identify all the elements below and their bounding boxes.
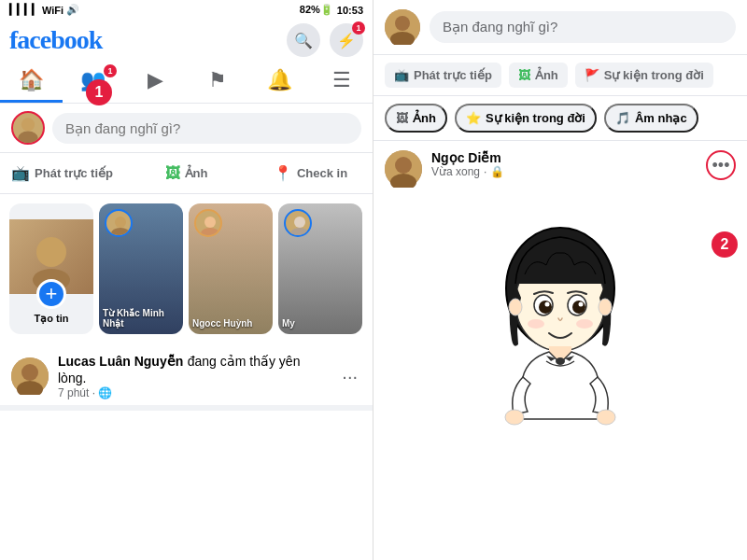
header-icons: 🔍 ⚡ 1: [287, 23, 363, 57]
status-bar: ▎▎▎▎ WiFi 🔊 82%🔋 10:53: [0, 0, 373, 20]
sec-life-label: Sự kiện trong đời: [486, 111, 585, 125]
sec-photo-button[interactable]: 🖼 Ảnh: [385, 104, 447, 133]
signal-icon: ▎▎▎▎: [9, 4, 39, 16]
status-right: 82%🔋 10:53: [300, 4, 363, 16]
create-story-card[interactable]: + Tạo tin: [9, 203, 93, 334]
post-input[interactable]: [52, 113, 361, 144]
live-button[interactable]: 📺 Phát trực tiếp: [0, 157, 124, 189]
battery-text: 82%🔋: [300, 4, 333, 16]
tab-flag[interactable]: ⚑: [187, 61, 249, 103]
right-post-meta: Ngọc Diễm Vừa xong · 🔒: [431, 150, 697, 178]
right-event-icon: 🚩: [585, 68, 599, 82]
facebook-logo: facebook: [9, 25, 102, 55]
tab-home[interactable]: 🏠: [0, 61, 63, 103]
right-post: Ngọc Diễm Vừa xong · 🔒 •••: [374, 141, 747, 560]
messenger-icon: ⚡: [337, 32, 356, 49]
post-meta: Lucas Luân Nguyễn đang cảm thấy yên lòng…: [58, 353, 329, 399]
search-button[interactable]: 🔍: [287, 23, 320, 57]
post-more-button[interactable]: ···: [338, 362, 361, 391]
post-image: [385, 195, 736, 475]
svg-point-4: [115, 217, 126, 228]
search-icon: 🔍: [294, 32, 313, 49]
svg-point-27: [545, 302, 550, 307]
story3-name: My: [282, 318, 359, 329]
tab-menu[interactable]: ☰: [311, 61, 374, 103]
right-post-name: Ngọc Diễm: [431, 150, 697, 165]
right-live-icon: 📺: [394, 68, 409, 82]
post-avatar: [11, 357, 49, 395]
sec-music-icon: 🎵: [615, 111, 630, 125]
svg-point-1: [18, 132, 37, 145]
photo-icon: 🖼: [165, 165, 180, 182]
story2-avatar: [194, 209, 222, 237]
sound-icon: 🔊: [66, 4, 79, 16]
create-story-plus[interactable]: +: [36, 279, 66, 309]
svg-point-17: [395, 157, 412, 174]
svg-point-33: [505, 410, 524, 425]
checkin-label: Check in: [297, 166, 347, 180]
checkin-button[interactable]: 📍 Check in: [248, 157, 373, 189]
sec-music-label: Âm nhạc: [635, 111, 687, 125]
tab-notifications[interactable]: 🔔: [248, 61, 311, 103]
post-sub: 7 phút · 🌐: [58, 386, 329, 399]
svg-point-30: [576, 319, 593, 329]
user-avatar: [11, 111, 45, 145]
left-panel: ▎▎▎▎ WiFi 🔊 82%🔋 10:53 facebook 🔍 ⚡ 1 🏠 …: [0, 0, 374, 560]
header: facebook 🔍 ⚡ 1: [0, 20, 373, 61]
messenger-button[interactable]: ⚡ 1: [330, 23, 363, 57]
post-item: Lucas Luân Nguyễn đang cảm thấy yên lòng…: [0, 343, 373, 411]
svg-point-0: [21, 118, 35, 131]
secondary-action-row: 🖼 Ảnh ⭐ Sự kiện trong đời 🎵 Âm nhạc: [374, 96, 747, 141]
svg-point-14: [395, 16, 410, 31]
right-live-label: Phát trực tiếp: [414, 68, 492, 82]
svg-point-9: [290, 228, 309, 237]
svg-point-34: [597, 410, 615, 425]
story-1[interactable]: Từ Khắc Minh Nhật: [99, 203, 183, 334]
sec-photo-label: Ảnh: [413, 111, 436, 125]
messenger-badge: 1: [352, 21, 365, 35]
right-photo-button[interactable]: 🖼 Ảnh: [509, 63, 568, 88]
story-input-row: [0, 104, 373, 152]
right-panel: Bạn đang nghĩ gì? 📺 Phát trực tiếp 🖼 Ảnh…: [374, 0, 747, 560]
privacy-icon: 🔒: [490, 165, 504, 178]
photo-button[interactable]: 🖼 Ảnh: [124, 157, 248, 189]
action-row: 📺 Phát trực tiếp 🖼 Ảnh 📍 Check in: [0, 152, 373, 194]
right-event-label: Sự kiện trong đời: [604, 68, 704, 82]
home-icon: 🏠: [19, 68, 44, 92]
right-post-input[interactable]: Bạn đang nghĩ gì?: [430, 11, 736, 43]
right-post-header: Ngọc Diễm Vừa xong · 🔒 •••: [385, 150, 736, 188]
svg-point-6: [204, 217, 216, 228]
right-live-button[interactable]: 📺 Phát trực tiếp: [385, 63, 501, 88]
story1-avatar: [105, 209, 133, 237]
story-2[interactable]: Ngocc Huỳnh: [189, 203, 273, 334]
nav-tabs: 🏠 👥 1 ▶ ⚑ 🔔 ☰: [0, 61, 373, 104]
story1-name: Từ Khắc Minh Nhật: [103, 308, 179, 329]
tab-video[interactable]: ▶: [124, 61, 187, 103]
friends-badge: 1: [104, 64, 117, 77]
wifi-icon: WiFi: [42, 5, 63, 16]
story-3[interactable]: My: [278, 203, 362, 334]
story2-name: Ngocc Huỳnh: [192, 318, 269, 329]
sec-life-button[interactable]: ⭐ Sự kiện trong đời: [455, 104, 597, 133]
photo-label: Ảnh: [185, 166, 208, 180]
badge-number-1: 1: [86, 79, 112, 105]
video-icon: ▶: [148, 68, 163, 92]
right-photo-icon: 🖼: [518, 68, 530, 82]
svg-point-7: [201, 228, 219, 237]
svg-point-25: [539, 301, 552, 314]
svg-point-29: [528, 319, 544, 329]
right-header: Bạn đang nghĩ gì?: [374, 0, 747, 55]
right-event-button[interactable]: 🚩 Sự kiện trong đời: [575, 63, 713, 88]
status-left: ▎▎▎▎ WiFi 🔊: [9, 4, 79, 16]
right-photo-label: Ảnh: [535, 68, 558, 82]
svg-point-2: [36, 237, 66, 267]
sec-music-button[interactable]: 🎵 Âm nhạc: [604, 104, 698, 133]
story3-avatar: [284, 209, 312, 237]
right-post-more-button[interactable]: •••: [706, 150, 736, 180]
checkin-icon: 📍: [274, 164, 292, 182]
live-label: Phát trực tiếp: [35, 166, 113, 180]
svg-point-32: [556, 357, 565, 365]
sec-life-icon: ⭐: [466, 111, 481, 125]
bell-icon: 🔔: [267, 68, 292, 92]
svg-point-26: [572, 301, 585, 314]
